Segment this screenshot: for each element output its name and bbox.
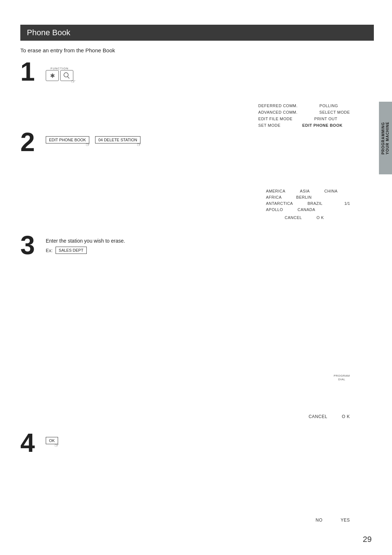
menu-antarctica: ANTARCTICA [266, 201, 293, 206]
page-number: 29 [363, 535, 372, 544]
menu2-ok[interactable]: O K [317, 215, 324, 220]
menu-africa: AFRICA [266, 195, 282, 199]
step4-yes[interactable]: YES [340, 518, 350, 523]
menu-print-out: PRINT OUT [314, 117, 338, 121]
step-4-btn-row: OK ☞ [46, 437, 372, 444]
step-3-content: Enter the station you wish to erase. Ex:… [46, 235, 372, 254]
page-title: Phone Book [27, 28, 70, 37]
page-fraction: 1/1 [344, 201, 350, 206]
menu-apollo: APOLLO [266, 207, 283, 212]
menu-grid-step1: DEFERRED COMM. POLLING ADVANCED COMM. SE… [258, 104, 350, 130]
menu-america: AMERICA [266, 189, 286, 193]
ok-btn[interactable]: OK ☞ [46, 437, 58, 444]
step-2: 2 EDIT PHONE BOOK ☞ 04 DELETE STATION ☞ [20, 132, 372, 155]
menu-select-mode: SELECT MODE [319, 110, 350, 114]
step-4: 4 OK ☞ [20, 433, 372, 456]
step-3-text: Enter the station you wish to erase. [46, 238, 372, 244]
menu-china: CHINA [324, 189, 338, 193]
delete-station-btn[interactable]: 04 DELETE STATION ☞ [95, 136, 140, 143]
menu-row-2: ADVANCED COMM. SELECT MODE [258, 110, 350, 114]
step3-cancel[interactable]: CANCEL [309, 414, 327, 419]
function-label: FUNCTION [50, 67, 68, 70]
menu-advanced-comm: ADVANCED COMM. [258, 110, 298, 114]
menu2-cancel[interactable]: CANCEL [285, 215, 302, 220]
side-tab: PROGRAMMINGYOUR MACHINE [379, 102, 392, 174]
asterisk-key[interactable]: ✱ [46, 70, 59, 81]
step-1: 1 FUNCTION ✱ ☞ [20, 61, 372, 85]
menu-grid-step2: AMERICA ASIA CHINA AFRICA BERLIN ANTARCT… [266, 189, 350, 220]
side-tab-text: PROGRAMMINGYOUR MACHINE [381, 122, 390, 154]
ex-label: Ex: [46, 248, 53, 253]
cursor-hand-4: ☞ [54, 442, 59, 448]
cursor-hand-3: ☞ [137, 142, 142, 147]
menu-set-mode: SET MODE [258, 123, 281, 127]
step-2-btn-row: EDIT PHONE BOOK ☞ 04 DELETE STATION ☞ [46, 136, 372, 143]
cursor-hand-1: ☞ [71, 78, 76, 84]
step-1-content: FUNCTION ✱ ☞ [46, 61, 372, 81]
page-title-bar: Phone Book [20, 25, 374, 41]
function-key-icon: FUNCTION ✱ ☞ [46, 67, 73, 81]
menu-deferred-comm: DEFERRED COMM. [258, 104, 298, 108]
program-dial-label: PROGRAMDIAL [334, 374, 350, 382]
step3-right-panel: PROGRAMDIAL [334, 374, 350, 382]
svg-point-0 [64, 73, 68, 77]
cursor-hand-2: ☞ [86, 142, 90, 147]
step4-no[interactable]: NO [315, 518, 322, 523]
menu-row-3: EDIT FILE MODE PRINT OUT [258, 117, 350, 121]
menu-edit-phone-book: EDIT PHONE BOOK [302, 123, 343, 127]
menu-canada: CANADA [298, 207, 315, 212]
step-3-ex-row: Ex: SALES DEPT [46, 247, 372, 254]
menu-asia: ASIA [300, 189, 310, 193]
step-4-number: 4 [20, 430, 46, 456]
menu-edit-file-mode: EDIT FILE MODE [258, 117, 293, 121]
step-3: 3 Enter the station you wish to erase. E… [20, 235, 372, 258]
menu-berlin: BERLIN [296, 195, 312, 199]
step3-ok[interactable]: O K [342, 414, 350, 419]
main-content: To erase an entry from the Phone Book 1 … [20, 47, 372, 533]
step-3-number: 3 [20, 232, 46, 258]
sales-dept-input[interactable]: SALES DEPT [56, 247, 87, 254]
step3-cancel-ok: CANCEL O K [309, 414, 350, 419]
menu-polling: POLLING [319, 104, 338, 108]
step-1-number: 1 [20, 58, 46, 85]
step-4-content: OK ☞ [46, 433, 372, 444]
step-2-number: 2 [20, 129, 46, 155]
search-key[interactable]: ☞ [60, 70, 73, 81]
edit-phone-book-btn[interactable]: EDIT PHONE BOOK ☞ [46, 136, 89, 143]
step4-no-yes: NO YES [315, 518, 350, 523]
menu-row-4: SET MODE EDIT PHONE BOOK [258, 123, 350, 127]
menu-brazil: BRAZIL [307, 201, 323, 206]
svg-line-1 [68, 77, 69, 78]
step-2-content: EDIT PHONE BOOK ☞ 04 DELETE STATION ☞ [46, 132, 372, 143]
intro-text: To erase an entry from the Phone Book [20, 47, 372, 53]
menu-row-1: DEFERRED COMM. POLLING [258, 104, 350, 108]
